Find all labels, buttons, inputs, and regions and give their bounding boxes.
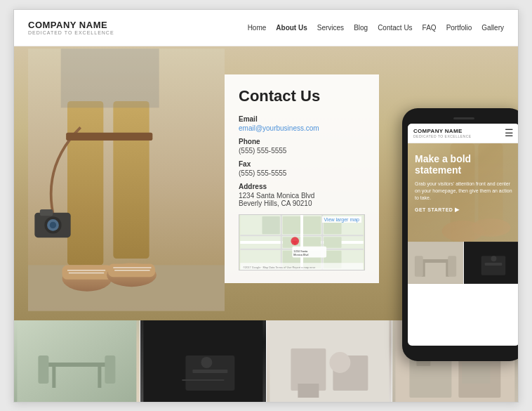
svg-rect-51 [192, 370, 227, 373]
thumbnail-1[interactable] [14, 320, 140, 403]
svg-rect-31 [303, 237, 321, 248]
svg-rect-18 [61, 48, 159, 107]
company-brand: COMPANY NAME DEDICATED TO EXCELLENCE [28, 20, 114, 35]
svg-rect-54 [270, 320, 389, 403]
svg-rect-47 [38, 355, 48, 384]
mobile-thumbnail-strip [408, 242, 519, 284]
company-name-text: COMPANY NAME [28, 20, 114, 30]
contact-overlay: Contact Us Email email@yourbusiness.com … [225, 74, 379, 283]
address-line1: 1234 Santa Monica Blvd [239, 192, 365, 200]
nav-faq[interactable]: FAQ [423, 24, 437, 32]
mobile-company-tagline: DEDICATED TO EXCELLENCE [413, 134, 472, 138]
svg-rect-45 [52, 367, 55, 388]
nav-gallery[interactable]: Gallery [481, 24, 504, 32]
svg-rect-77 [485, 263, 503, 266]
hamburger-icon[interactable]: ☰ [505, 128, 514, 138]
svg-rect-5 [62, 265, 112, 280]
svg-rect-48 [105, 355, 115, 384]
company-tagline-text: DEDICATED TO EXCELLENCE [28, 30, 114, 35]
svg-rect-46 [98, 367, 101, 388]
fax-label: Fax [239, 160, 365, 168]
site-header: COMPANY NAME DEDICATED TO EXCELLENCE Hom… [14, 10, 518, 46]
mobile-thumb-1-svg [408, 242, 463, 284]
thumb-2-svg [140, 320, 266, 403]
site-nav: Home About Us Services Blog Contact Us F… [248, 24, 504, 32]
thumb-1-svg [14, 320, 140, 403]
mobile-company-name: COMPANY NAME [413, 128, 472, 134]
svg-rect-57 [298, 384, 319, 398]
mobile-hero-title: Make a bold statement [415, 153, 512, 177]
svg-rect-26 [283, 216, 300, 233]
mobile-site-header: COMPANY NAME DEDICATED TO EXCELLENCE ☰ [408, 124, 519, 143]
thumbnail-2[interactable] [140, 320, 267, 403]
mobile-thumbnail-2[interactable] [464, 242, 519, 284]
phone-value: (555) 555-5555 [239, 147, 365, 155]
email-value[interactable]: email@yourbusiness.com [239, 124, 365, 132]
mobile-hero: Make a bold statement Grab your visitors… [408, 143, 519, 242]
person-illustration [28, 46, 225, 320]
svg-rect-74 [448, 256, 456, 277]
nav-about[interactable]: About Us [276, 24, 307, 32]
mobile-hero-description: Grab your visitors' attention front and … [415, 181, 512, 201]
map-svg: 1234 Santa Monica Blvd ©2017 Google · Ma… [239, 215, 364, 270]
fax-value: (555) 555-5555 [239, 169, 365, 177]
mobile-cta-button[interactable]: GET STARTED ▶ [415, 207, 512, 213]
svg-point-52 [201, 357, 212, 368]
svg-point-58 [329, 352, 350, 373]
mobile-cta-label: GET STARTED [415, 207, 453, 212]
svg-rect-70 [418, 259, 453, 263]
svg-rect-43 [17, 320, 136, 403]
phone-frame: COMPANY NAME DEDICATED TO EXCELLENCE ☰ [402, 108, 519, 361]
mobile-thumb-2-svg [464, 242, 519, 284]
phone-screen: COMPANY NAME DEDICATED TO EXCELLENCE ☰ [408, 124, 519, 346]
svg-point-16 [50, 221, 56, 228]
phone-top-bar [408, 117, 519, 121]
nav-blog[interactable]: Blog [354, 24, 368, 32]
thumbnail-3[interactable] [267, 320, 393, 403]
address-line2: Beverly Hills, CA 90210 [239, 200, 365, 207]
svg-rect-2 [67, 101, 103, 265]
phone-label: Phone [239, 138, 365, 145]
nav-contact[interactable]: Contact Us [378, 24, 412, 32]
svg-point-68 [472, 218, 511, 237]
nav-services[interactable]: Services [317, 24, 344, 32]
svg-point-78 [491, 256, 497, 261]
mobile-hero-content: Make a bold statement Grab your visitors… [415, 153, 512, 214]
thumb-3-svg [267, 320, 392, 403]
mobile-thumbnail-1[interactable] [408, 242, 464, 284]
address-label: Address [239, 183, 365, 190]
svg-rect-73 [415, 256, 423, 277]
svg-rect-29 [262, 216, 279, 233]
svg-rect-13 [40, 209, 53, 216]
svg-rect-63 [463, 363, 491, 384]
svg-text:©2017 Google · Map Data  Terms: ©2017 Google · Map Data Terms of Use Rep… [243, 266, 316, 269]
svg-rect-44 [45, 363, 108, 367]
email-label: Email [239, 115, 365, 123]
nav-portfolio[interactable]: Portfolio [446, 24, 472, 32]
map-inner: 1234 Santa Monica Blvd ©2017 Google · Ma… [239, 215, 364, 270]
mobile-cta-arrow-icon: ▶ [455, 207, 460, 213]
screenshot-frame: COMPANY NAME DEDICATED TO EXCELLENCE Hom… [13, 9, 519, 403]
mobile-device: COMPANY NAME DEDICATED TO EXCELLENCE ☰ [402, 108, 519, 361]
mobile-brand: COMPANY NAME DEDICATED TO EXCELLENCE [413, 128, 472, 138]
svg-text:Monica Blvd: Monica Blvd [293, 252, 308, 256]
svg-rect-27 [303, 216, 321, 233]
svg-rect-32 [324, 237, 341, 248]
svg-rect-3 [113, 101, 149, 259]
contact-title: Contact Us [239, 87, 365, 105]
nav-home[interactable]: Home [248, 24, 267, 32]
svg-rect-17 [66, 132, 152, 140]
map-view-larger[interactable]: View larger map [322, 216, 361, 223]
phone-speaker [453, 117, 474, 119]
contact-map[interactable]: 1234 Santa Monica Blvd ©2017 Google · Ma… [239, 214, 365, 270]
